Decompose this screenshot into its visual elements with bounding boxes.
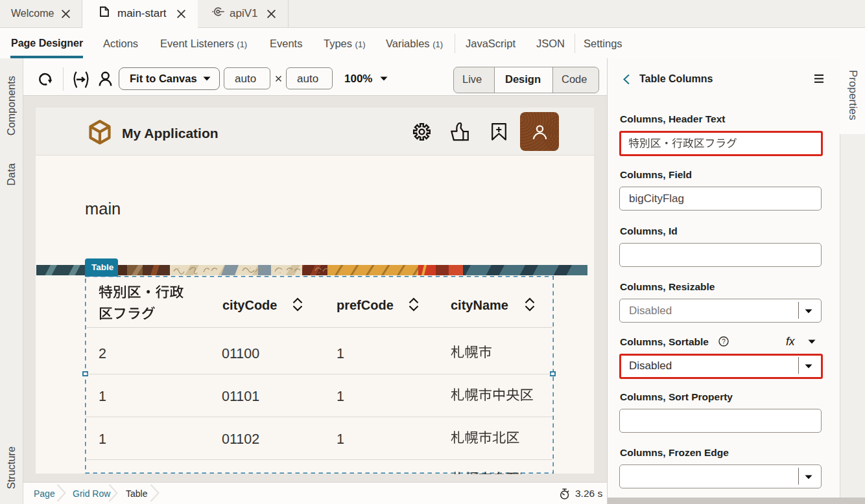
svg-text:?: ? — [722, 338, 726, 345]
